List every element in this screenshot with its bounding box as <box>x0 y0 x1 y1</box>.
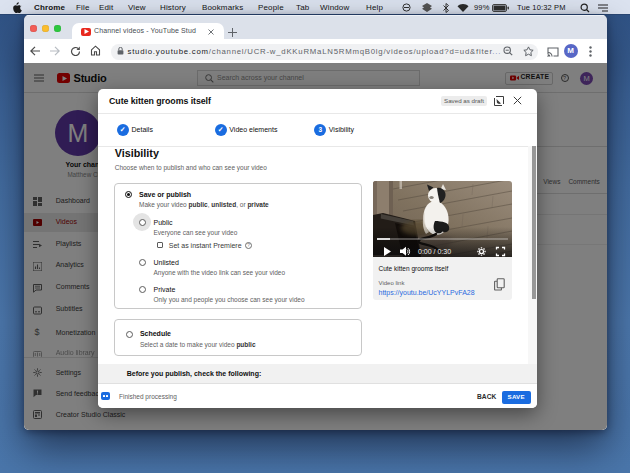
svg-text:0:00 / 0:30: 0:00 / 0:30 <box>418 248 451 255</box>
